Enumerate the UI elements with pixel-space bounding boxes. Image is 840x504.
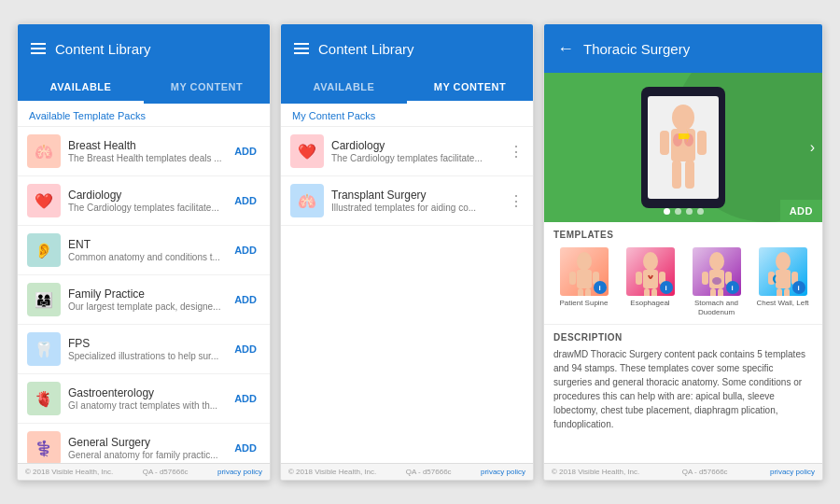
hero-area: › ADD xyxy=(544,73,822,222)
template-item-3: i Stomach and Duodenum xyxy=(686,247,747,316)
item-icon-0: 🫁 xyxy=(27,134,61,168)
tab-available-2[interactable]: AVAILABLE xyxy=(281,73,407,104)
item-icon-6: ⚕️ xyxy=(27,431,61,463)
screen2: Content Library AVAILABLE MY CONTENT My … xyxy=(280,23,534,481)
footer-link-1[interactable]: privacy policy xyxy=(217,468,262,476)
svg-rect-10 xyxy=(569,272,576,285)
footer-link-2[interactable]: privacy policy xyxy=(481,468,525,476)
dot-3 xyxy=(686,208,693,215)
add-button-1[interactable]: ADD xyxy=(231,193,260,208)
item-content-2: ENT Common anatomy and conditions t... xyxy=(68,238,223,262)
dot-2 xyxy=(675,208,681,215)
item-desc-5: GI anatomy tract templates with th... xyxy=(68,400,223,411)
svg-rect-7 xyxy=(685,161,694,189)
svg-rect-12 xyxy=(578,288,583,296)
tab-mycontent-1[interactable]: MY CONTENT xyxy=(144,73,270,104)
svg-rect-9 xyxy=(577,270,592,288)
screen2-footer: © 2018 Visible Health, Inc. QA - d57666c… xyxy=(281,463,533,480)
screen3-header: ← Thoracic Surgery xyxy=(544,24,822,73)
hero-add-button[interactable]: ADD xyxy=(780,200,822,222)
template-info-badge-1[interactable]: i xyxy=(594,281,607,294)
item-icon-3: 👨‍👩‍👧 xyxy=(27,283,61,316)
screen2-tabs: AVAILABLE MY CONTENT xyxy=(281,73,533,104)
section-label-2: My Content Packs xyxy=(281,104,533,127)
item-title-3: Family Practice xyxy=(68,287,223,301)
dot-4 xyxy=(697,208,704,215)
screen1: Content Library AVAILABLE MY CONTENT Ava… xyxy=(17,23,271,481)
template-info-badge-3[interactable]: i xyxy=(726,281,739,294)
template-thumb-4[interactable]: i xyxy=(759,247,807,296)
list-item: 🦷 FPS Specialized illustrations to help … xyxy=(18,325,270,374)
template-item-1: i Patient Supine xyxy=(553,247,614,316)
templates-label: TEMPLATES xyxy=(553,230,813,240)
description-section: DESCRIPTION drawMD Thoracic Surgery cont… xyxy=(544,325,822,463)
svg-point-14 xyxy=(643,252,658,271)
template-name-3: Stomach and Duodenum xyxy=(686,299,747,316)
template-item-2: i Esophageal xyxy=(620,247,680,316)
s2-item-content-0: Cardiology The Cardiology templates faci… xyxy=(331,139,501,163)
item-title-0: Breast Health xyxy=(68,139,223,152)
template-info-badge-4[interactable]: i xyxy=(792,281,805,294)
description-text: drawMD Thoracic Surgery content pack con… xyxy=(553,347,813,431)
templates-section: TEMPLATES i Patient Supine i Esophageal xyxy=(544,222,822,325)
item-icon-1: ❤️ xyxy=(27,184,61,217)
more-button-1[interactable]: ⋮ xyxy=(509,192,524,210)
item-title-5: Gastroenterology xyxy=(68,386,223,399)
template-info-badge-2[interactable]: i xyxy=(660,281,673,294)
list-item: ❤️ Cardiology The Cardiology templates f… xyxy=(18,176,270,226)
section-label-1: Available Template Packs xyxy=(18,104,270,127)
svg-point-0 xyxy=(672,105,694,131)
template-thumb-3[interactable]: i xyxy=(693,247,741,296)
add-button-5[interactable]: ADD xyxy=(231,391,260,406)
svg-point-8 xyxy=(577,252,592,271)
screen1-footer: © 2018 Visible Health, Inc. QA - d57666c… xyxy=(18,463,270,480)
template-name-4: Chest Wall, Left xyxy=(756,299,808,308)
item-icon-4: 🦷 xyxy=(27,332,61,366)
carousel-next-icon[interactable]: › xyxy=(810,139,815,156)
tab-available-1[interactable]: AVAILABLE xyxy=(18,73,144,104)
svg-rect-23 xyxy=(702,272,708,285)
s2-item-desc-1: Illustrated templates for aiding co... xyxy=(331,203,501,213)
svg-point-20 xyxy=(709,252,724,271)
screen1-list: 🫁 Breast Health The Breast Health templa… xyxy=(18,127,270,463)
svg-rect-25 xyxy=(710,288,716,296)
more-button-0[interactable]: ⋮ xyxy=(509,143,524,161)
svg-point-22 xyxy=(712,277,721,285)
item-desc-4: Specialized illustrations to help sur... xyxy=(68,351,223,361)
item-content-6: General Surgery General anatomy for fami… xyxy=(68,436,223,460)
footer-link-3[interactable]: privacy policy xyxy=(770,468,815,476)
list-item: 👨‍👩‍👧 Family Practice Our largest templa… xyxy=(18,275,270,325)
template-thumb-2[interactable]: i xyxy=(626,247,675,296)
svg-rect-32 xyxy=(784,288,790,296)
item-icon-5: 🫀 xyxy=(27,382,61,415)
add-button-6[interactable]: ADD xyxy=(231,441,260,455)
item-title-1: Cardiology xyxy=(68,189,223,202)
screen3-footer: © 2018 Visible Health, Inc. QA - d57666c… xyxy=(544,463,822,480)
hamburger-icon-2[interactable] xyxy=(294,43,309,54)
footer-mid-2: QA - d57666c xyxy=(406,468,452,476)
add-button-4[interactable]: ADD xyxy=(231,342,260,357)
svg-rect-6 xyxy=(672,161,681,189)
add-button-2[interactable]: ADD xyxy=(231,243,260,258)
screen2-list: ❤️ Cardiology The Cardiology templates f… xyxy=(281,127,533,463)
hamburger-icon[interactable] xyxy=(31,43,46,54)
list-item: ❤️ Cardiology The Cardiology templates f… xyxy=(281,127,533,176)
item-desc-2: Common anatomy and conditions t... xyxy=(68,252,223,262)
footer-left-2: © 2018 Visible Health, Inc. xyxy=(288,468,376,476)
footer-left-3: © 2018 Visible Health, Inc. xyxy=(552,468,639,476)
template-thumb-1[interactable]: i xyxy=(560,247,609,296)
svg-rect-13 xyxy=(585,288,591,296)
svg-point-27 xyxy=(776,252,791,271)
s2-item-content-1: Transplant Surgery Illustrated templates… xyxy=(331,189,501,213)
svg-rect-4 xyxy=(660,131,669,155)
s2-item-icon-1: 🫁 xyxy=(290,184,324,217)
back-arrow-icon[interactable]: ← xyxy=(557,39,574,59)
add-button-3[interactable]: ADD xyxy=(231,292,260,307)
svg-rect-26 xyxy=(718,288,723,296)
add-button-0[interactable]: ADD xyxy=(231,144,260,159)
item-desc-3: Our largest template pack, designe... xyxy=(68,301,223,312)
description-label: DESCRIPTION xyxy=(553,332,813,343)
item-icon-2: 👂 xyxy=(27,233,61,267)
tab-mycontent-2[interactable]: MY CONTENT xyxy=(407,73,533,104)
screen3-title: Thoracic Surgery xyxy=(583,41,690,57)
